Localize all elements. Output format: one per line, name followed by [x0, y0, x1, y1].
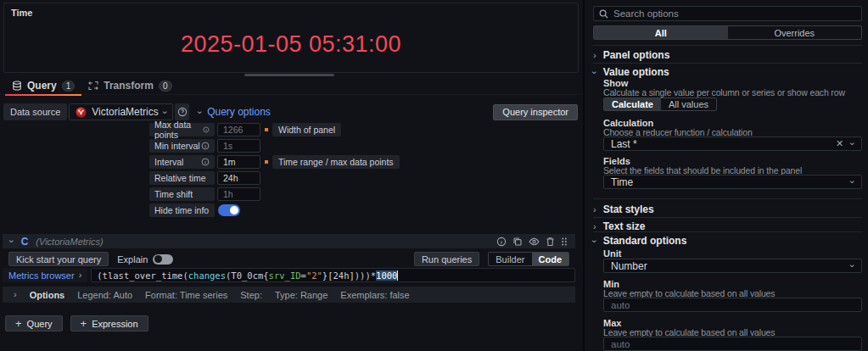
all-values-option[interactable]: All values — [661, 98, 716, 110]
tab-query-count-badge: 1 — [62, 81, 76, 92]
calculation-select[interactable]: Last * ✕ › — [603, 136, 862, 151]
info-icon — [203, 125, 210, 134]
calculate-option[interactable]: Calculate — [604, 98, 661, 110]
query-options-summary-row: › Options Legend: Auto Format: Time seri… — [3, 287, 575, 303]
query-options-panel: Max data points 1266 Width of panel Min … — [149, 123, 400, 217]
option-row-max-data-points: Max data points 1266 Width of panel — [149, 123, 400, 136]
time-shift-input[interactable]: 1h — [217, 187, 260, 201]
add-expression-button[interactable]: + Expression — [70, 315, 148, 332]
text-cursor — [397, 270, 398, 281]
query-ref-id: C — [21, 236, 29, 248]
chevron-right-icon[interactable]: › — [14, 290, 17, 299]
query-options-collapse-icon[interactable]: › — [196, 110, 205, 114]
max-data-points-input[interactable]: 1266 — [217, 123, 260, 136]
panel-timestamp-value: 2025-01-05 05:31:00 — [4, 31, 578, 58]
max-field — [603, 337, 862, 351]
eye-icon[interactable] — [529, 237, 540, 247]
option-row-hide-time-info: Hide time info — [149, 203, 400, 217]
clear-icon[interactable]: ✕ — [836, 138, 843, 149]
option-row-min-interval: Min interval 1s — [149, 139, 400, 153]
query-inspector-button[interactable]: Query inspector — [493, 104, 578, 120]
step-meta: Step: — [240, 290, 262, 300]
run-queries-button[interactable]: Run queries — [414, 252, 479, 266]
tab-query[interactable]: Query 1 — [5, 77, 81, 95]
default-marker — [265, 160, 268, 164]
editor-left-pane: Time 2025-01-05 05:31:00 Query 1 — [0, 0, 583, 351]
hide-time-info-toggle[interactable] — [218, 204, 240, 216]
datasource-picker[interactable]: VictoriaMetrics › — [69, 103, 173, 120]
chevron-right-icon: › — [593, 205, 596, 214]
chevron-down-icon: › — [590, 239, 599, 242]
query-toolbar: Kick start your query Explain Run querie… — [3, 251, 575, 267]
format-meta: Format: Time series — [145, 290, 227, 300]
option-row-time-shift: Time shift 1h — [149, 187, 400, 201]
max-data-points-note: Width of panel — [272, 123, 341, 136]
kick-start-query-button[interactable]: Kick start your query — [8, 252, 109, 266]
section-value-options[interactable]: › Value options — [593, 66, 862, 78]
type-meta: Type: Range — [275, 290, 328, 300]
datasource-help-button[interactable] — [175, 103, 189, 120]
scope-switch: All Overrides — [593, 25, 862, 40]
section-panel-options[interactable]: › Panel options — [593, 49, 862, 61]
fields-select[interactable]: Time › — [603, 175, 862, 189]
builder-option[interactable]: Builder — [489, 253, 531, 265]
query-expression-row: Metrics browser › (tlast_over_time(chang… — [3, 268, 575, 282]
max-input[interactable] — [603, 337, 862, 351]
tab-transform-count-badge: 0 — [159, 81, 172, 92]
tab-query-label: Query — [27, 80, 57, 92]
chevron-right-icon: › — [593, 51, 596, 60]
unit-select[interactable]: Number › — [603, 259, 862, 273]
add-query-button[interactable]: + Query — [5, 315, 63, 332]
copy-icon[interactable] — [512, 237, 523, 247]
min-field — [603, 298, 862, 312]
tab-transform-label: Transform — [104, 80, 154, 92]
options-summary-label[interactable]: Options — [30, 290, 65, 300]
relative-time-input[interactable]: 24h — [217, 171, 260, 185]
chevron-down-icon: › — [848, 142, 858, 146]
tab-transform[interactable]: Transform 0 — [81, 77, 178, 95]
editor-tabbar: Query 1 Transform 0 — [0, 77, 583, 95]
divider — [593, 231, 862, 232]
explain-label: Explain — [117, 254, 148, 265]
chevron-down-icon: › — [160, 110, 170, 114]
info-icon — [201, 158, 210, 166]
editor-footer: + Query + Expression — [5, 315, 148, 332]
min-interval-label: Min interval — [154, 141, 200, 151]
chevron-right-icon: › — [593, 222, 596, 231]
query-row-header[interactable]: › C (VictoriaMetrics) — [3, 234, 575, 248]
options-search — [593, 6, 862, 21]
scope-overrides[interactable]: Overrides — [728, 26, 862, 39]
min-interval-input[interactable]: 1s — [217, 139, 260, 153]
transform-icon — [88, 81, 98, 91]
exemplars-meta: Exemplars: false — [340, 290, 409, 300]
info-icon[interactable] — [496, 237, 507, 247]
interval-input[interactable]: 1m — [217, 155, 260, 169]
scope-all[interactable]: All — [594, 26, 728, 39]
promql-expression-input[interactable]: (tlast_over_time(changes(T0_0cm{srv_ID="… — [91, 268, 575, 282]
datasource-label: Data source — [3, 103, 67, 120]
interval-note: Time range / max data points — [272, 155, 400, 169]
query-datasource-hint: (VictoriaMetrics) — [36, 237, 103, 247]
trash-icon[interactable] — [546, 237, 555, 247]
explain-toggle[interactable] — [153, 254, 173, 265]
metrics-browser-button[interactable]: Metrics browser › — [3, 268, 87, 282]
section-text-size[interactable]: › Text size — [593, 220, 862, 232]
code-option[interactable]: Code — [532, 253, 569, 265]
section-stat-styles[interactable]: › Stat styles — [593, 203, 862, 215]
option-row-relative-time: Relative time 24h — [149, 171, 400, 185]
hide-time-info-label: Hide time info — [154, 205, 209, 215]
victoriametrics-logo-icon — [76, 107, 87, 118]
section-standard-options[interactable]: › Standard options — [593, 235, 862, 247]
drag-handle-icon[interactable] — [561, 237, 568, 247]
collapse-icon[interactable]: › — [7, 240, 16, 243]
query-options-header[interactable]: Query options — [207, 106, 271, 118]
search-options-input[interactable] — [613, 8, 856, 19]
min-input[interactable] — [603, 298, 862, 312]
panel-title: Time — [11, 8, 32, 18]
divider — [593, 198, 862, 199]
query-row-actions — [496, 237, 568, 247]
panel-preview: Time 2025-01-05 05:31:00 — [3, 3, 579, 73]
pane-resize-handle[interactable] — [244, 74, 334, 76]
show-description: Calculate a single value per column or s… — [603, 87, 862, 98]
builder-code-switch: Builder Code — [488, 252, 569, 266]
